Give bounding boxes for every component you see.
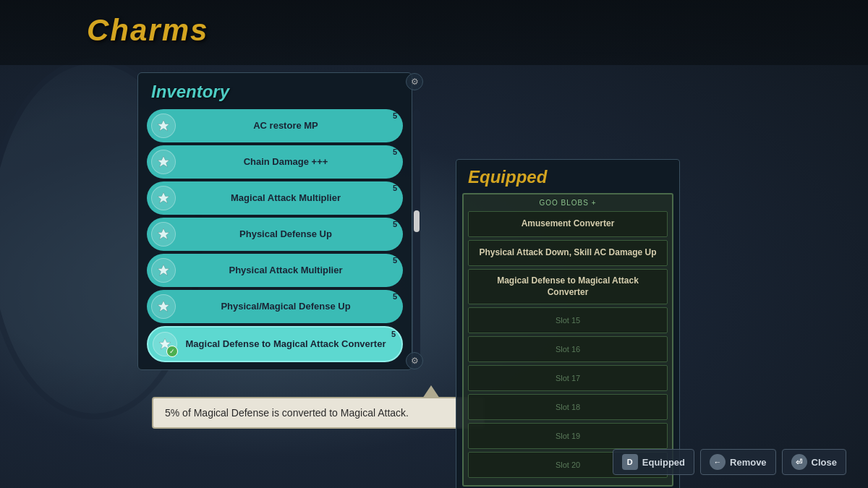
charm-icon-2 — [151, 150, 176, 174]
btn-key-equipped: D — [622, 454, 638, 470]
charm-count-6: 5 — [393, 292, 397, 301]
equipped-slot-3[interactable]: Magical Defense to Magical Attack Conver… — [468, 269, 668, 304]
charm-count-1: 5 — [393, 111, 397, 120]
charm-count-3: 5 — [393, 184, 397, 192]
svg-marker-3 — [158, 228, 169, 239]
charm-count-4: 5 — [393, 220, 397, 228]
charm-item-6[interactable]: Physical/Magical Defense Up5 — [147, 290, 403, 323]
equipped-content: Goo Blobs + Amusement ConverterPhysical … — [462, 193, 673, 487]
equipped-panel: Equipped Goo Blobs + Amusement Converter… — [456, 159, 680, 488]
charm-item-7[interactable]: Magical Defense to Magical Attack Conver… — [147, 326, 403, 362]
svg-marker-6 — [159, 338, 171, 349]
btn-label-close: Close — [812, 457, 837, 468]
charm-icon-3 — [151, 186, 176, 210]
charm-icon-4 — [151, 222, 176, 247]
equipped-slot-2[interactable]: Physical Attack Down, Skill AC Damage Up — [468, 240, 668, 266]
charm-name-5: Physical Attack Multiplier — [176, 265, 396, 276]
charm-item-4[interactable]: Physical Defense Up5 — [147, 218, 403, 251]
svg-marker-0 — [158, 120, 169, 131]
inventory-title: Inventory — [138, 73, 412, 109]
bottom-btn-close[interactable]: ⏎Close — [782, 449, 846, 475]
equipped-title: Equipped — [456, 160, 679, 193]
charm-item-1[interactable]: AC restore MP5 — [147, 109, 403, 142]
charm-icon-6 — [151, 294, 176, 319]
bottom-bar: DEquipped←Remove⏎Close — [613, 449, 846, 475]
scroll-thumb[interactable] — [414, 210, 420, 232]
btn-key-close: ⏎ — [791, 454, 807, 470]
equipped-slots-container: Amusement ConverterPhysical Attack Down,… — [468, 211, 668, 478]
scroll-up-button[interactable]: ⚙ — [406, 73, 423, 90]
btn-key-remove: ← — [710, 454, 726, 470]
tooltip-text: 5% of Magical Defense is converted to Ma… — [165, 407, 409, 419]
equipped-slot-6[interactable]: Slot 17 — [468, 365, 668, 391]
charm-name-4: Physical Defense Up — [176, 228, 396, 240]
charm-count-5: 5 — [393, 256, 397, 265]
charm-name-7: Magical Defense to Magical Attack Conver… — [177, 338, 394, 350]
equipped-slot-4[interactable]: Slot 15 — [468, 307, 668, 333]
btn-label-remove: Remove — [730, 457, 767, 468]
svg-marker-4 — [158, 265, 169, 275]
tooltip-box: 5% of Magical Defense is converted to Ma… — [152, 397, 485, 429]
inventory-panel: Inventory AC restore MP5Chain Damage +++… — [137, 72, 412, 370]
scroll-track — [413, 109, 420, 362]
svg-marker-2 — [158, 192, 169, 203]
charm-count-2: 5 — [393, 147, 397, 156]
charm-item-2[interactable]: Chain Damage +++5 — [147, 145, 403, 179]
equipped-slot-5[interactable]: Slot 16 — [468, 336, 668, 362]
charm-icon-5 — [151, 258, 176, 283]
btn-label-equipped: Equipped — [642, 457, 685, 468]
equipped-slot-8[interactable]: Slot 19 — [468, 423, 668, 449]
bottom-btn-remove[interactable]: ←Remove — [700, 449, 776, 475]
scroll-down-button[interactable]: ⚙ — [406, 352, 423, 369]
charm-name-3: Magical Attack Multiplier — [176, 192, 396, 204]
charm-name-6: Physical/Magical Defense Up — [176, 301, 396, 312]
charm-item-5[interactable]: Physical Attack Multiplier5 — [147, 254, 403, 287]
svg-marker-1 — [158, 156, 169, 167]
charm-name-1: AC restore MP — [176, 120, 396, 132]
charm-icon-7 — [153, 332, 177, 356]
bottom-btn-equipped[interactable]: DEquipped — [613, 449, 694, 475]
equipped-slot-1[interactable]: Amusement Converter — [468, 211, 668, 237]
inventory-list: AC restore MP5Chain Damage +++5Magical A… — [138, 109, 412, 362]
tooltip-arrow — [422, 385, 440, 398]
charm-item-3[interactable]: Magical Attack Multiplier5 — [147, 181, 403, 215]
equipped-slot-7[interactable]: Slot 18 — [468, 394, 668, 420]
charm-icon-1 — [151, 114, 176, 138]
goo-label: Goo Blobs + — [468, 199, 668, 207]
charm-name-2: Chain Damage +++ — [176, 156, 396, 168]
page-title: Charms — [87, 13, 208, 48]
charm-count-7: 5 — [391, 330, 396, 338]
svg-marker-5 — [158, 301, 169, 312]
